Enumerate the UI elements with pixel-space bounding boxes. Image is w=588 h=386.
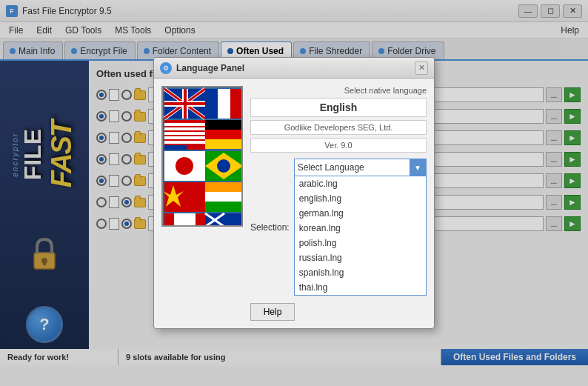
svg-rect-34 bbox=[205, 192, 243, 202]
dropdown-item-korean[interactable]: korean.lng bbox=[295, 221, 426, 236]
modal-title-icon: ⚙ bbox=[160, 62, 172, 74]
svg-rect-21 bbox=[164, 141, 205, 144]
selection-label: Selection: bbox=[250, 222, 290, 233]
svg-rect-35 bbox=[205, 202, 243, 212]
svg-rect-20 bbox=[164, 136, 205, 139]
dropdown-item-german[interactable]: german.lng bbox=[295, 206, 426, 221]
svg-rect-22 bbox=[164, 145, 187, 150]
svg-rect-24 bbox=[205, 130, 243, 139]
dropdown-item-english[interactable]: english.lng bbox=[295, 191, 426, 206]
svg-rect-15 bbox=[230, 89, 243, 119]
svg-rect-18 bbox=[164, 127, 205, 130]
svg-rect-17 bbox=[164, 123, 205, 126]
dropdown-arrow-icon: ▼ bbox=[410, 159, 426, 176]
modal-title-left: ⚙ Language Panel bbox=[160, 62, 244, 74]
svg-rect-25 bbox=[205, 139, 243, 149]
svg-rect-12 bbox=[164, 102, 205, 105]
dropdown-item-russian[interactable]: russian.lng bbox=[295, 250, 426, 265]
dropdown-item-thai[interactable]: thai.lng bbox=[295, 280, 426, 295]
modal-help-button[interactable]: Help bbox=[250, 303, 295, 321]
dropdown-item-polish[interactable]: polish.lng bbox=[295, 236, 426, 250]
svg-point-27 bbox=[176, 157, 193, 175]
modal-overlay: ⚙ Language Panel ✕ bbox=[0, 0, 588, 386]
modal-title-text: Language Panel bbox=[176, 63, 244, 73]
selection-row: Selection: Select Language ▼ arabic.lng … bbox=[250, 159, 427, 296]
svg-rect-33 bbox=[205, 182, 243, 192]
modal-body: Select native language English Godlike D… bbox=[154, 79, 434, 328]
svg-point-30 bbox=[217, 159, 230, 173]
language-panel-modal: ⚙ Language Panel ✕ bbox=[153, 57, 435, 329]
modal-lang-name: English bbox=[250, 98, 427, 117]
svg-rect-38 bbox=[196, 213, 205, 227]
svg-rect-37 bbox=[164, 213, 174, 227]
flags-svg bbox=[163, 87, 243, 227]
dropdown-wrapper: Select Language ▼ arabic.lng english.lng… bbox=[294, 159, 427, 296]
svg-rect-14 bbox=[205, 89, 218, 119]
modal-native-label: Select native language bbox=[250, 86, 427, 95]
svg-rect-39 bbox=[205, 213, 243, 227]
dropdown-item-arabic[interactable]: arabic.lng bbox=[295, 176, 426, 191]
modal-version: Ver. 9.0 bbox=[250, 138, 427, 153]
flags-image bbox=[161, 86, 243, 227]
svg-rect-23 bbox=[205, 120, 243, 130]
modal-company: Godlike Developers SEG, Ltd. bbox=[250, 120, 427, 135]
dropdown-header[interactable]: Select Language ▼ bbox=[294, 159, 427, 176]
dropdown-item-spanish[interactable]: spanish.lng bbox=[295, 265, 426, 280]
dropdown-items: arabic.lng english.lng german.lng korean… bbox=[294, 176, 427, 296]
svg-rect-19 bbox=[164, 132, 205, 135]
modal-right: Select native language English Godlike D… bbox=[250, 86, 427, 321]
modal-close-button[interactable]: ✕ bbox=[415, 61, 428, 75]
modal-titlebar: ⚙ Language Panel ✕ bbox=[154, 58, 434, 79]
